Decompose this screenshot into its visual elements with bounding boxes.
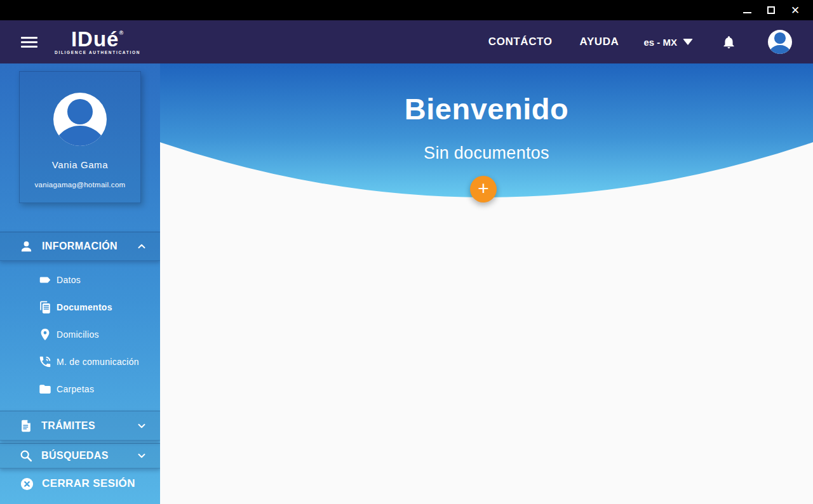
document-icon <box>19 419 33 433</box>
minimize-icon <box>743 12 751 13</box>
folder-icon <box>38 382 52 396</box>
location-pin-icon <box>38 328 52 342</box>
avatar-person-icon <box>774 32 785 43</box>
item-label: M. de comunicación <box>57 357 139 367</box>
profile-card: Vania Gama vaniagamag@hotmail.com <box>19 71 141 203</box>
add-document-button[interactable]: + <box>470 176 497 202</box>
nav-help[interactable]: AYUDA <box>580 36 619 48</box>
app-body: Vania Gama vaniagamag@hotmail.com INFORM… <box>0 63 813 504</box>
close-circle-icon <box>20 477 34 491</box>
item-label: Documentos <box>57 302 112 312</box>
search-icon <box>19 449 33 463</box>
menu-button[interactable] <box>21 37 37 48</box>
chevron-down-icon <box>136 420 147 432</box>
appbar-nav: CONTÁCTO AYUDA es - MX <box>488 30 813 54</box>
item-label: Carpetas <box>57 384 94 394</box>
sidebar-section-tramites[interactable]: TRÁMITES <box>0 411 160 441</box>
titlebar: ✕ <box>0 0 813 20</box>
person-icon <box>19 239 34 254</box>
logout-button[interactable]: CERRAR SESIÓN <box>0 470 160 498</box>
minimize-button[interactable] <box>738 3 756 18</box>
caret-down-icon <box>683 39 693 45</box>
avatar-person-icon <box>67 99 93 124</box>
logout-label: CERRAR SESIÓN <box>42 477 135 490</box>
documents-icon <box>38 300 52 314</box>
sidebar: Vania Gama vaniagamag@hotmail.com INFORM… <box>0 63 160 504</box>
sidebar-section-busquedas[interactable]: BÚSQUEDAS <box>0 443 160 468</box>
sidebar-item-domicilios[interactable]: Domicilios <box>0 321 160 348</box>
sidebar-item-documentos[interactable]: Documentos <box>0 293 160 321</box>
informacion-items: Datos Documentos Domicilios M. de comuni… <box>0 261 160 409</box>
language-value: es - MX <box>643 37 677 48</box>
sidebar-menu: INFORMACIÓN Datos Documentos Domicilios <box>0 232 160 498</box>
sidebar-item-datos[interactable]: Datos <box>0 266 160 293</box>
chevron-up-icon <box>136 241 147 252</box>
section-label: BÚSQUEDAS <box>41 450 109 461</box>
plus-icon: + <box>478 178 489 199</box>
app-header: IDué® DILIGENCE AUTHENTICATION CONTÁCTO … <box>0 20 813 63</box>
maximize-button[interactable] <box>762 3 780 18</box>
section-label: INFORMACIÓN <box>42 241 118 252</box>
app-logo[interactable]: IDué® DILIGENCE AUTHENTICATION <box>55 29 140 55</box>
main-content: Bienvenido Sin documentos + <box>160 63 813 504</box>
close-button[interactable]: ✕ <box>786 3 804 18</box>
section-label: TRÁMITES <box>41 420 95 432</box>
bell-icon <box>722 35 736 50</box>
profile-name: Vania Gama <box>52 159 108 170</box>
label-icon <box>38 273 52 287</box>
sidebar-item-carpetas[interactable]: Carpetas <box>0 375 160 402</box>
trademark-symbol: ® <box>119 30 124 36</box>
language-selector[interactable]: es - MX <box>643 37 693 48</box>
page-title: Bienvenido <box>160 91 813 126</box>
user-avatar[interactable] <box>768 30 792 54</box>
nav-contact[interactable]: CONTÁCTO <box>488 36 553 48</box>
logo-text: IDué® <box>55 29 140 49</box>
item-label: Domicilios <box>57 329 99 340</box>
close-icon: ✕ <box>791 5 800 16</box>
notifications-button[interactable] <box>722 35 736 50</box>
item-label: Datos <box>57 275 81 285</box>
profile-avatar <box>53 93 107 146</box>
phone-icon <box>38 355 52 369</box>
logo-subtitle: DILIGENCE AUTHENTICATION <box>55 50 140 55</box>
empty-state-message: Sin documentos <box>160 143 813 163</box>
profile-email: vaniagamag@hotmail.com <box>35 181 126 189</box>
maximize-icon <box>767 6 775 14</box>
chevron-down-icon <box>136 450 147 461</box>
sidebar-item-m-de-comunicacion[interactable]: M. de comunicación <box>0 348 160 375</box>
hamburger-icon <box>21 37 37 39</box>
sidebar-section-informacion[interactable]: INFORMACIÓN <box>0 232 160 261</box>
